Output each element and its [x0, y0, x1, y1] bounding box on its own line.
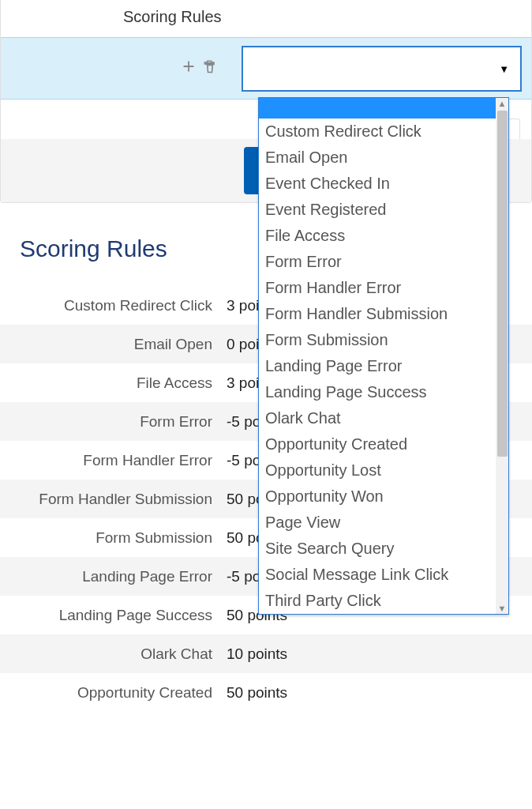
- dropdown-option[interactable]: Event Checked In: [259, 171, 496, 197]
- dropdown-scrollbar[interactable]: ▲ ▼: [496, 98, 508, 614]
- scroll-down-icon[interactable]: ▼: [498, 603, 507, 614]
- rule-value: 50 points: [227, 684, 287, 702]
- list-item: Olark Chat 10 points: [0, 634, 532, 673]
- dropdown-option-blank[interactable]: [259, 98, 496, 119]
- scroll-up-icon[interactable]: ▲: [498, 98, 507, 109]
- primary-button[interactable]: [244, 147, 258, 194]
- list-item: Opportunity Created 50 points: [0, 673, 532, 712]
- dropdown-option[interactable]: Custom Redirect Click: [259, 119, 496, 145]
- rule-label: Olark Chat: [0, 645, 227, 663]
- rule-label: Email Open: [0, 336, 227, 353]
- rule-label: Form Submission: [0, 529, 227, 547]
- rule-label: Form Handler Submission: [0, 491, 227, 508]
- dropdown-option[interactable]: Form Error: [259, 249, 496, 275]
- rule-label: Opportunity Created: [0, 684, 227, 702]
- rule-type-dropdown: Custom Redirect Click Email Open Event C…: [258, 97, 509, 615]
- caret-down-icon: ▼: [499, 62, 509, 74]
- trash-icon[interactable]: [202, 58, 218, 79]
- dropdown-option[interactable]: Opportunity Won: [259, 484, 496, 510]
- dropdown-option[interactable]: Opportunity Created: [259, 431, 496, 457]
- scrollbar-thumb[interactable]: [497, 111, 508, 457]
- add-icon[interactable]: [180, 58, 197, 79]
- dropdown-option[interactable]: Site Search Query: [259, 536, 496, 562]
- dropdown-option[interactable]: Third Party Click: [259, 588, 496, 614]
- dropdown-option[interactable]: Opportunity Lost: [259, 457, 496, 484]
- rule-type-select[interactable]: ▼: [242, 46, 522, 92]
- rule-label: Form Error: [0, 413, 227, 431]
- rule-label: Landing Page Success: [0, 607, 227, 624]
- dropdown-option[interactable]: Landing Page Success: [259, 379, 496, 405]
- dropdown-option[interactable]: Form Submission: [259, 327, 496, 353]
- dropdown-option[interactable]: Olark Chat: [259, 405, 496, 431]
- dropdown-option[interactable]: Email Open: [259, 145, 496, 171]
- dropdown-option[interactable]: Page View: [259, 510, 496, 536]
- dropdown-option[interactable]: Event Registered: [259, 197, 496, 223]
- rule-row: ▼: [1, 37, 531, 100]
- dropdown-option[interactable]: File Access: [259, 223, 496, 249]
- dropdown-option[interactable]: Social Message Link Click: [259, 562, 496, 588]
- dropdown-option[interactable]: Landing Page Error: [259, 353, 496, 379]
- rule-label: Landing Page Error: [0, 568, 227, 585]
- rule-label: Custom Redirect Click: [0, 297, 227, 314]
- dropdown-option[interactable]: Form Handler Error: [259, 275, 496, 301]
- dropdown-option[interactable]: Form Handler Submission: [259, 301, 496, 327]
- rule-label: File Access: [0, 374, 227, 392]
- rule-label: Form Handler Error: [0, 452, 227, 469]
- editor-header: Scoring Rules: [1, 0, 531, 37]
- rule-value: 10 points: [227, 645, 287, 663]
- row-action-icons: [1, 58, 242, 79]
